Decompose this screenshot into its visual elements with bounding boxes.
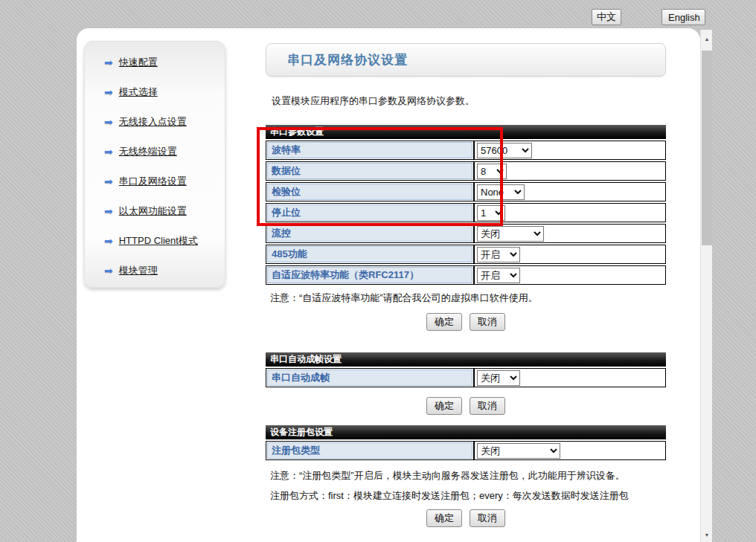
row-label: 停止位 (267, 204, 472, 221)
cancel-button[interactable]: 取消 (470, 509, 505, 527)
sidebar-item-serial-network[interactable]: ➡ 串口及网络设置 (104, 175, 225, 188)
scroll-down-icon[interactable]: ▼ (701, 529, 713, 541)
arrow-right-icon: ➡ (104, 176, 113, 187)
table-row: 数据位 8 (266, 161, 666, 181)
sidebar-item-module-mgmt[interactable]: ➡ 模块管理 (104, 264, 225, 277)
cancel-button[interactable]: 取消 (470, 313, 505, 331)
row-label: 自适应波特率功能（类RFC2117） (267, 267, 472, 283)
page-title: 串口及网络协议设置 (287, 51, 408, 68)
arrow-right-icon: ➡ (104, 265, 113, 276)
register-note-2: 注册包方式：first：模块建立连接时发送注册包；every：每次发送数据时发送… (270, 489, 666, 502)
auto-frame-actions: 确定 取消 (266, 397, 666, 415)
sidebar-item-httpd-client[interactable]: ➡ HTTPD Client模式 (104, 234, 225, 248)
rs485-select[interactable]: 开启 (477, 247, 520, 262)
row-label: 流控 (267, 225, 472, 242)
sidebar-item-label: HTTPD Client模式 (119, 234, 198, 248)
sidebar-item-ethernet[interactable]: ➡ 以太网功能设置 (104, 204, 225, 218)
register-packet-table: 设备注册包设置 注册包类型 关闭 (266, 425, 666, 460)
parity-select[interactable]: None (477, 184, 525, 200)
register-actions: 确定 取消 (266, 509, 666, 527)
sidebar-item-label: 模式选择 (119, 86, 158, 99)
row-label: 波特率 (267, 142, 472, 158)
scrollbar-thumb[interactable] (702, 51, 712, 245)
sidebar-item-label: 模块管理 (119, 264, 158, 277)
arrow-right-icon: ➡ (104, 236, 113, 246)
auto-frame-table: 串口自动成帧设置 串口自动成帧 关闭 (266, 352, 666, 387)
row-label: 串口自动成帧 (267, 370, 472, 386)
table-header: 串口参数设置 (266, 125, 666, 139)
row-label: 数据位 (267, 163, 472, 179)
language-chinese-button[interactable]: 中文 (592, 9, 621, 25)
stop-bits-select[interactable]: 1 (477, 205, 505, 221)
main-content: 串口及网络协议设置 设置模块应用程序的串口参数及网络协议参数。 串口参数设置 波… (266, 28, 666, 527)
table-row: 自适应波特率功能（类RFC2117） 开启 (266, 265, 666, 285)
sidebar-item-mode-select[interactable]: ➡ 模式选择 (104, 86, 225, 99)
table-row: 注册包类型 关闭 (266, 441, 666, 460)
ok-button[interactable]: 确定 (426, 313, 462, 331)
sidebar-item-label: 快速配置 (119, 56, 158, 69)
register-packet-type-select[interactable]: 关闭 (477, 443, 560, 459)
table-row: 串口自动成帧 关闭 (266, 368, 666, 387)
sidebar-menu: ➡ 快速配置 ➡ 模式选择 ➡ 无线接入点设置 ➡ 无线终端设置 ➡ 串口及网络… (84, 41, 225, 288)
table-header: 设备注册包设置 (266, 425, 666, 439)
arrow-right-icon: ➡ (104, 57, 113, 68)
scroll-up-icon[interactable]: ▲ (701, 33, 713, 45)
page-description: 设置模块应用程序的串口参数及网络协议参数。 (272, 94, 666, 106)
row-label: 注册包类型 (267, 442, 472, 459)
table-row: 流控 关闭 (266, 224, 666, 243)
sidebar-item-label: 以太网功能设置 (119, 204, 187, 218)
page-title-box: 串口及网络协议设置 (266, 43, 666, 77)
sidebar-item-quick-config[interactable]: ➡ 快速配置 (104, 56, 225, 69)
row-label: 检验位 (267, 184, 472, 200)
content-card: ➡ 快速配置 ➡ 模式选择 ➡ 无线接入点设置 ➡ 无线终端设置 ➡ 串口及网络… (77, 28, 700, 542)
sidebar-item-wireless-ap[interactable]: ➡ 无线接入点设置 (104, 115, 225, 129)
ok-button[interactable]: 确定 (426, 509, 462, 527)
row-label: 485功能 (267, 246, 472, 262)
table-header: 串口自动成帧设置 (266, 352, 666, 367)
arrow-right-icon: ➡ (104, 146, 113, 157)
sidebar-item-wireless-sta[interactable]: ➡ 无线终端设置 (104, 145, 225, 158)
vertical-scrollbar[interactable]: ▲ ▼ (700, 30, 712, 542)
flow-control-select[interactable]: 关闭 (477, 226, 544, 242)
serial-actions: 确定 取消 (266, 313, 666, 331)
cancel-button[interactable]: 取消 (470, 397, 505, 415)
table-row: 485功能 开启 (266, 245, 666, 264)
table-row: 停止位 1 (266, 203, 666, 222)
sidebar-item-label: 串口及网络设置 (119, 175, 187, 188)
serial-params-table: 串口参数设置 波特率 57600 数据位 8 检验位 None 停止 (266, 125, 666, 285)
serial-note: 注意：“自适应波特率功能”请配合我公司的虚拟串口软件使用。 (270, 291, 666, 304)
arrow-right-icon: ➡ (104, 117, 113, 127)
ok-button[interactable]: 确定 (426, 397, 462, 415)
sidebar-item-label: 无线接入点设置 (119, 115, 187, 129)
data-bits-select[interactable]: 8 (477, 164, 507, 179)
register-note-1: 注意：“注册包类型”开启后，模块主动向服务器发送注册包，此功能用于辨识设备。 (270, 469, 666, 482)
table-row: 波特率 57600 (266, 141, 666, 160)
arrow-right-icon: ➡ (104, 206, 113, 216)
sidebar-item-label: 无线终端设置 (119, 145, 177, 158)
arrow-right-icon: ➡ (104, 87, 113, 97)
language-english-button[interactable]: English (662, 9, 705, 25)
adaptive-baud-select[interactable]: 开启 (477, 268, 520, 283)
table-row: 检验位 None (266, 182, 666, 201)
auto-frame-select[interactable]: 关闭 (477, 370, 520, 386)
baud-rate-select[interactable]: 57600 (477, 143, 532, 158)
